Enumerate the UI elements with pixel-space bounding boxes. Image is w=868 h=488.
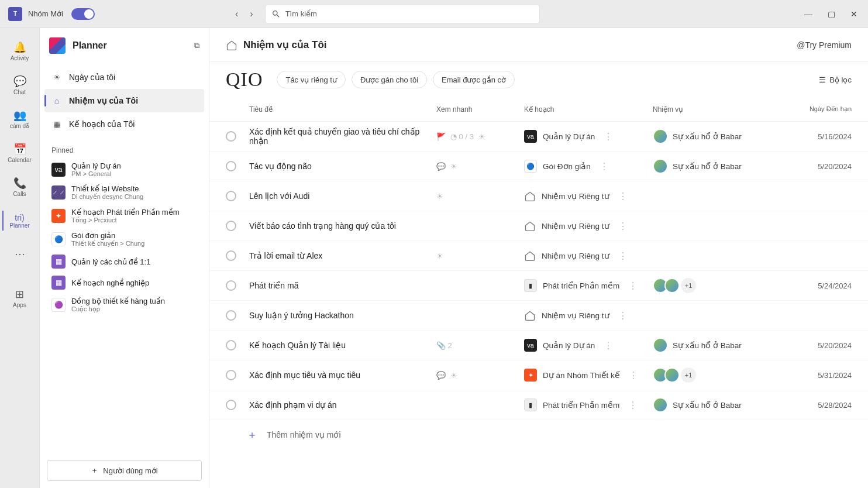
complete-checkbox[interactable] — [226, 250, 236, 261]
pinned-item[interactable]: va Quản lý Dự ánPM > General — [40, 158, 209, 181]
complete-checkbox[interactable] — [226, 340, 236, 350]
close-icon[interactable]: ✕ — [850, 9, 857, 19]
plan-more-icon[interactable]: ⋮ — [615, 221, 631, 232]
plan-icon: ✦ — [51, 209, 66, 223]
minimize-icon[interactable]: — — [804, 9, 812, 19]
plan-more-icon[interactable]: ⋮ — [597, 161, 612, 172]
task-row[interactable]: Xác định kết quả chuyển giao và tiêu chí… — [209, 122, 868, 152]
nav-my-day[interactable]: ☀Ngày của tôi — [44, 66, 204, 89]
rail-calendar[interactable]: 📅Calendar — [2, 137, 37, 169]
rail-chat[interactable]: 💬Chat — [2, 69, 37, 101]
sun-icon: ☀ — [450, 371, 457, 380]
pinned-item[interactable]: ✦ Kế hoạch Phát triển Phần mềmTổng > Prc… — [40, 204, 209, 228]
task-title: Viết báo cáo tình trạng hàng quý của tôi — [249, 221, 396, 231]
task-rows: Xác định kết quả chuyển giao và tiêu chí… — [209, 122, 868, 449]
try-premium-link[interactable]: @Try Premium — [797, 40, 852, 50]
plan-more-icon[interactable]: ⋮ — [615, 310, 631, 321]
expand-icon[interactable]: ⧉ — [194, 41, 199, 50]
task-row[interactable]: Phát triển mã ▮Phát triển Phần mềm⋮ +1 5… — [209, 271, 868, 301]
task-row[interactable]: Tác vụ động não 💬☀ 🔵Gói Đơn giản⋮ Sự xấu… — [209, 152, 868, 181]
pill-flagged[interactable]: Email được gắn cờ — [433, 71, 515, 88]
pill-private[interactable]: Tác vụ riêng tư — [277, 71, 346, 88]
home-icon: ⌂ — [51, 96, 62, 105]
plan-more-icon[interactable]: ⋮ — [615, 250, 631, 262]
pinned-name: Quản lý Dự án — [71, 161, 121, 170]
pinned-item[interactable]: ▦ Kế hoạch nghề nghiệp — [40, 272, 209, 293]
sun-icon: ☀ — [436, 192, 443, 201]
pinned-item[interactable]: 🔵 Gói đơn giảnThiết kế chuyển > Chung — [40, 228, 209, 251]
add-task-row[interactable]: ＋Thêm nhiệm vụ mới — [209, 420, 868, 449]
assignee-name: Sự xấu hổ ở Babar — [673, 161, 742, 171]
plan-icon: ▮ — [524, 398, 537, 411]
task-row[interactable]: Lên lịch với Audi ☀ Nhiệm vụ Riêng tư⋮ — [209, 181, 868, 211]
due-date: 5/16/2024 — [818, 132, 852, 141]
col-title[interactable]: Tiêu đề — [244, 105, 436, 114]
sidebar-nav: ☀Ngày của tôi ⌂Nhiệm vụ của Tôi ▦Kế hoạc… — [40, 63, 209, 138]
rail-more[interactable]: ⋯ — [2, 239, 37, 270]
calendar-icon: 📅 — [13, 143, 26, 156]
task-row[interactable]: Trả lời email từ Alex ☀ Nhiệm vụ Riêng t… — [209, 241, 868, 271]
complete-checkbox[interactable] — [226, 400, 236, 410]
nav-my-plans[interactable]: ▦Kế hoạch của Tôi — [44, 112, 204, 136]
maximize-icon[interactable]: ▢ — [828, 9, 835, 19]
app-rail: 🔔Activity 💬Chat 👥cám dỗ 📅Calendar 📞Calls… — [0, 28, 40, 488]
rail-apps[interactable]: ⊞Apps — [2, 282, 37, 314]
sidebar-title: Planner — [73, 40, 107, 51]
complete-checkbox[interactable] — [226, 370, 236, 380]
col-assign[interactable]: Nhiệm vụ — [653, 105, 799, 114]
avatar — [664, 367, 680, 383]
pinned-item[interactable]: ⟋⟋ Thiết kế lại WebsiteDi chuyển desync … — [40, 181, 209, 204]
task-row[interactable]: Xác định phạm vi dự án ▮Phát triển Phần … — [209, 390, 868, 420]
rail-activity[interactable]: 🔔Activity — [2, 35, 37, 67]
complete-checkbox[interactable] — [226, 131, 236, 142]
search-box[interactable]: Tìm kiếm — [265, 5, 540, 23]
rail-teams[interactable]: 👥cám dỗ — [2, 103, 37, 135]
main-header: Nhiệm vụ của Tôi @Try Premium — [209, 28, 868, 62]
plan-more-icon[interactable]: ⋮ — [601, 131, 616, 142]
task-row[interactable]: Viết báo cáo tình trạng hàng quý của tôi… — [209, 211, 868, 241]
plan-more-icon[interactable]: ⋮ — [601, 340, 616, 351]
rail-calls[interactable]: 📞Calls — [2, 171, 37, 202]
toggle-switch[interactable] — [71, 8, 95, 20]
pinned-item[interactable]: ▦ Quản lý các chủ đề 1:1 — [40, 251, 209, 272]
complete-checkbox[interactable] — [226, 161, 236, 171]
plan-name: Dự án Nhóm Thiết kế — [543, 370, 620, 380]
task-row[interactable]: Suy luận ý tưởng Hackathon Nhiệm vụ Riên… — [209, 301, 868, 331]
complete-checkbox[interactable] — [226, 191, 236, 201]
plan-icon: va — [524, 130, 537, 143]
nav-forward-icon[interactable]: › — [250, 9, 253, 19]
plan-more-icon[interactable]: ⋮ — [625, 400, 640, 411]
pill-assigned[interactable]: Được gán cho tôi — [352, 71, 427, 88]
plan-icon: 🟣 — [51, 298, 66, 312]
avatar — [653, 159, 668, 174]
home-icon — [524, 220, 536, 232]
task-title: Tác vụ động não — [249, 161, 312, 171]
nav-my-tasks[interactable]: ⌂Nhiệm vụ của Tôi — [44, 89, 204, 112]
due-date: 5/31/2024 — [818, 371, 852, 380]
col-plan[interactable]: Kế hoạch — [524, 105, 653, 114]
complete-checkbox[interactable] — [226, 280, 236, 291]
chat-icon: 💬 — [13, 75, 26, 88]
plan-more-icon[interactable]: ⋮ — [625, 280, 640, 291]
col-quick[interactable]: Xem nhanh — [436, 105, 524, 114]
col-date[interactable]: Ngày Đến hạn — [799, 105, 852, 113]
plan-more-icon[interactable]: ⋮ — [615, 191, 631, 202]
new-user-button[interactable]: ＋Người dùng mới — [47, 460, 202, 481]
window-controls: — ▢ ✕ — [804, 9, 857, 19]
add-task-label: Thêm nhiệm vụ mới — [267, 430, 341, 439]
nav-back-icon[interactable]: ‹ — [235, 9, 238, 19]
filter-button[interactable]: ☰Bộ lọc — [819, 75, 852, 84]
plan-name: Quản lý Dự án — [543, 341, 595, 350]
pinned-item[interactable]: 🟣 Đồng bộ thiết kế hàng tuầnCuộc họp — [40, 293, 209, 317]
pinned-subtitle: Cuộc họp — [71, 305, 165, 313]
rail-planner[interactable]: tri)Planner — [2, 205, 37, 236]
complete-checkbox[interactable] — [226, 221, 236, 231]
task-row[interactable]: Kế hoạch Quản lý Tài liệu 📎 2 vaQuản lý … — [209, 331, 868, 360]
complete-checkbox[interactable] — [226, 310, 236, 321]
plan-more-icon[interactable]: ⋮ — [626, 370, 641, 381]
plus-icon: ＋ — [91, 465, 98, 476]
planner-rail-text: tri) — [15, 213, 24, 222]
plan-name: Nhiệm vụ Riêng tư — [542, 311, 609, 320]
task-row[interactable]: Xác định mục tiêu và mục tiêu 💬☀ ✦Dự án … — [209, 360, 868, 390]
pinned-name: Kế hoạch nghề nghiệp — [71, 279, 149, 287]
